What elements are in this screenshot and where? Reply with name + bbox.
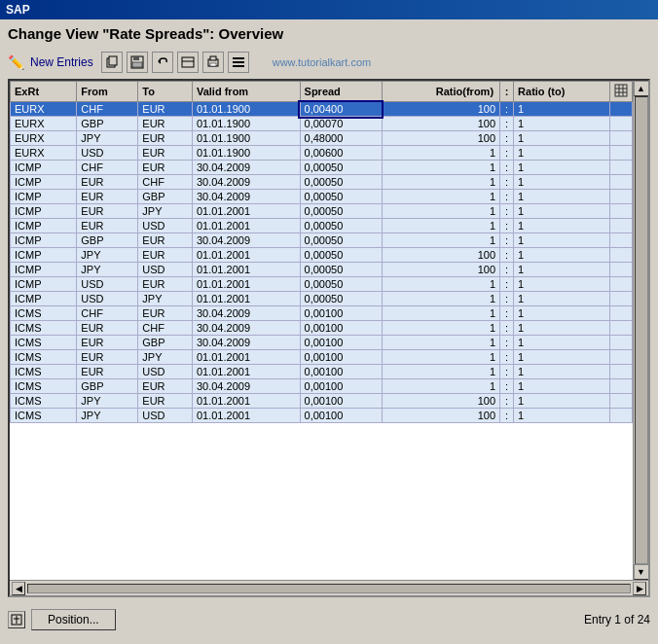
table-header-row: ExRt From To Valid from Spread Ratio(fro… — [11, 82, 633, 102]
cell-ratio_to: 1 — [514, 175, 610, 190]
table-row[interactable]: ICMSGBPEUR30.04.20090,001001:1 — [11, 379, 633, 394]
cell-valid_from: 01.01.2001 — [192, 219, 300, 233]
table-row[interactable]: ICMPEURCHF30.04.20090,000501:1 — [11, 175, 633, 190]
cell-empty — [610, 204, 633, 219]
cell-empty — [610, 131, 633, 146]
cell-empty — [610, 365, 633, 379]
cell-empty — [610, 219, 633, 233]
table-row[interactable]: ICMPCHFEUR30.04.20090,000501:1 — [11, 161, 633, 175]
table-scroll-area[interactable]: ExRt From To Valid from Spread Ratio(fro… — [10, 81, 633, 580]
cell-ratio_to: 1 — [514, 233, 610, 248]
cell-exrt: ICMP — [11, 190, 77, 204]
table-row[interactable]: EURXJPYEUR01.01.19000,48000100:1 — [11, 131, 633, 146]
cell-colon: : — [500, 350, 514, 365]
cell-spread: 0,00100 — [300, 321, 382, 336]
scroll-left-button[interactable]: ◀ — [12, 582, 25, 595]
cell-exrt: ICMP — [11, 292, 77, 306]
cell-to: CHF — [138, 321, 193, 336]
cell-from: USD — [77, 277, 138, 292]
table-row[interactable]: ICMSEURUSD01.01.20010,001001:1 — [11, 365, 633, 379]
cell-to: GBP — [138, 190, 193, 204]
cell-empty — [610, 321, 633, 336]
horizontal-scrollbar[interactable]: ◀ ▶ — [10, 580, 648, 595]
main-content: Change View "Rate Spreads": Overview ✏️ … — [0, 19, 658, 644]
cell-from: CHF — [77, 102, 138, 117]
cell-colon: : — [500, 131, 514, 146]
table-row[interactable]: EURXGBPEUR01.01.19000,00070100:1 — [11, 117, 633, 131]
cell-exrt: EURX — [11, 117, 77, 131]
table-row[interactable]: ICMPEURGBP30.04.20090,000501:1 — [11, 190, 633, 204]
vertical-scrollbar[interactable]: ▲ ▼ — [633, 81, 648, 580]
svg-rect-12 — [233, 61, 244, 63]
cell-empty — [610, 306, 633, 321]
scroll-right-button[interactable]: ▶ — [633, 582, 646, 595]
copy-toolbar-icon[interactable] — [101, 52, 123, 73]
cell-to: JPY — [138, 204, 193, 219]
table-row[interactable]: ICMSCHFEUR30.04.20090,001001:1 — [11, 306, 633, 321]
cell-to: EUR — [138, 233, 193, 248]
save-toolbar-icon[interactable] — [127, 52, 148, 73]
table-row[interactable]: ICMPJPYEUR01.01.20010,00050100:1 — [11, 248, 633, 263]
table-row[interactable]: ICMSEURJPY01.01.20010,001001:1 — [11, 350, 633, 365]
cell-spread: 0,00100 — [300, 394, 382, 409]
table-row[interactable]: ICMPEURUSD01.01.20010,000501:1 — [11, 219, 633, 233]
cell-empty — [610, 190, 633, 204]
scroll-track[interactable] — [635, 96, 648, 564]
cell-ratio_to: 1 — [514, 321, 610, 336]
cell-colon: : — [500, 146, 514, 161]
local-save-icon[interactable] — [177, 52, 199, 73]
table-row[interactable]: ICMPGBPEUR30.04.20090,000501:1 — [11, 233, 633, 248]
col-to: To — [138, 82, 193, 102]
scroll-down-button[interactable]: ▼ — [634, 564, 649, 580]
cell-from: EUR — [77, 219, 138, 233]
cell-spread: 0,00100 — [300, 336, 382, 350]
new-entries-button[interactable]: New Entries — [30, 55, 93, 69]
print-icon[interactable] — [202, 52, 224, 73]
config-icon[interactable] — [228, 52, 249, 73]
svg-rect-3 — [133, 56, 139, 60]
cell-from: CHF — [77, 306, 138, 321]
cell-ratio_from: 1 — [382, 146, 499, 161]
undo-toolbar-icon[interactable] — [152, 52, 173, 73]
cell-ratio_to: 1 — [514, 394, 610, 409]
cell-colon: : — [500, 219, 514, 233]
svg-rect-13 — [233, 65, 244, 67]
cell-valid_from: 01.01.2001 — [192, 248, 300, 263]
table-row[interactable]: ICMPUSDEUR01.01.20010,000501:1 — [11, 277, 633, 292]
cell-ratio_from: 100 — [382, 248, 499, 263]
cell-to: GBP — [138, 336, 193, 350]
cell-ratio_to: 1 — [514, 248, 610, 263]
cell-exrt: ICMP — [11, 219, 77, 233]
cell-from: USD — [77, 146, 138, 161]
table-row[interactable]: ICMSJPYEUR01.01.20010,00100100:1 — [11, 394, 633, 409]
cell-exrt: ICMP — [11, 161, 77, 175]
table-row[interactable]: EURXUSDEUR01.01.19000,006001:1 — [11, 146, 633, 161]
table-row[interactable]: ICMSEURGBP30.04.20090,001001:1 — [11, 336, 633, 350]
cell-valid_from: 30.04.2009 — [192, 161, 300, 175]
table-row[interactable]: ICMSJPYUSD01.01.20010,00100100:1 — [11, 409, 633, 423]
cell-valid_from: 30.04.2009 — [192, 306, 300, 321]
cell-ratio_to: 1 — [514, 131, 610, 146]
cell-ratio_from: 1 — [382, 350, 499, 365]
cell-ratio_to: 1 — [514, 117, 610, 131]
table-row[interactable]: ICMPJPYUSD01.01.20010,00050100:1 — [11, 263, 633, 277]
cell-spread: 0,00100 — [300, 365, 382, 379]
scroll-up-button[interactable]: ▲ — [634, 81, 649, 96]
cell-valid_from: 30.04.2009 — [192, 175, 300, 190]
col-settings[interactable] — [610, 82, 633, 102]
table-row[interactable]: ICMPEURJPY01.01.20010,000501:1 — [11, 204, 633, 219]
cell-ratio_from: 1 — [382, 233, 499, 248]
cell-from: EUR — [77, 175, 138, 190]
cell-colon: : — [500, 306, 514, 321]
cell-exrt: ICMP — [11, 248, 77, 263]
cell-to: EUR — [138, 248, 193, 263]
position-button[interactable]: Position... — [31, 609, 116, 630]
cell-colon: : — [500, 248, 514, 263]
cell-from: EUR — [77, 321, 138, 336]
cell-colon: : — [500, 394, 514, 409]
table-row[interactable]: ICMPUSDJPY01.01.20010,000501:1 — [11, 292, 633, 306]
h-scroll-track[interactable] — [27, 584, 631, 593]
main-window: SAP Change View "Rate Spreads": Overview… — [0, 0, 658, 644]
table-row[interactable]: ICMSEURCHF30.04.20090,001001:1 — [11, 321, 633, 336]
table-row[interactable]: EURXCHFEUR01.01.19000,00400100:1 — [11, 102, 633, 117]
